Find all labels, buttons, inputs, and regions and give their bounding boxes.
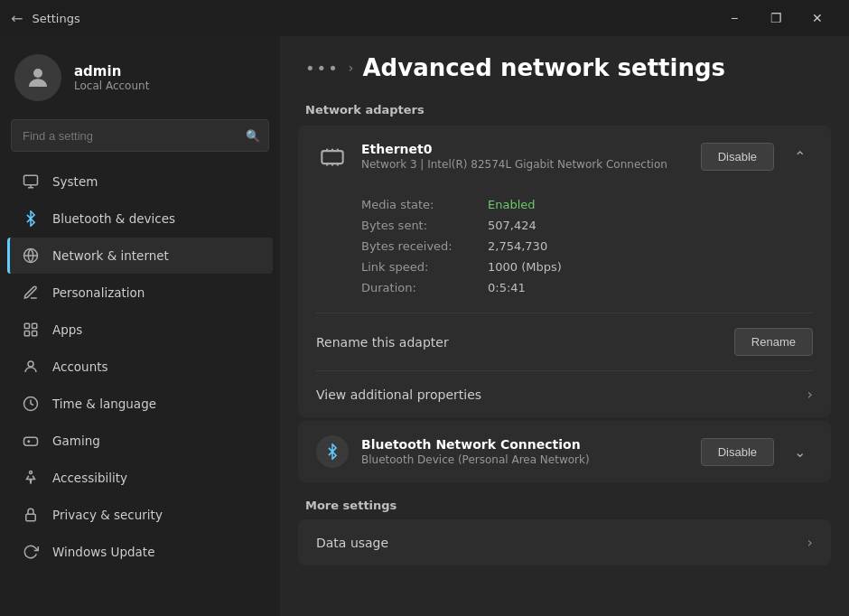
data-usage-label: Data usage bbox=[316, 536, 807, 550]
svg-point-9 bbox=[28, 361, 33, 367]
rename-row: Rename this adapter Rename bbox=[298, 313, 831, 370]
sidebar: admin Local Account 🔍 System bbox=[0, 36, 280, 616]
ethernet-card: Ethernet0 Network 3 | Intel(R) 82574L Gi… bbox=[298, 126, 831, 417]
bytes-received-label: Bytes received: bbox=[361, 239, 488, 253]
ethernet-icon bbox=[316, 140, 349, 173]
user-role: Local Account bbox=[74, 79, 149, 92]
ethernet-name: Ethernet0 bbox=[361, 142, 688, 156]
page-title: Advanced network settings bbox=[362, 54, 725, 81]
properties-chevron-icon: › bbox=[807, 386, 813, 403]
minimize-button[interactable]: − bbox=[714, 4, 755, 33]
link-speed-value: 1000 (Mbps) bbox=[488, 260, 562, 274]
bluetooth-expand-button[interactable]: ⌄ bbox=[787, 440, 813, 464]
title-bar: ← Settings − ❐ ✕ bbox=[0, 0, 849, 36]
duration-row: Duration: 0:5:41 bbox=[361, 277, 813, 298]
link-speed-label: Link speed: bbox=[361, 260, 488, 274]
svg-rect-6 bbox=[33, 323, 37, 328]
data-usage-card[interactable]: Data usage › bbox=[298, 519, 831, 565]
sidebar-item-label-apps: Apps bbox=[52, 322, 82, 337]
breadcrumb-dots[interactable]: ••• bbox=[305, 59, 340, 78]
accounts-icon bbox=[22, 358, 40, 376]
bytes-sent-row: Bytes sent: 507,424 bbox=[361, 215, 813, 236]
page-header: ••• › Advanced network settings bbox=[280, 36, 849, 96]
gaming-icon bbox=[22, 432, 40, 450]
sidebar-item-apps[interactable]: Apps bbox=[7, 312, 273, 348]
sidebar-item-label-network: Network & internet bbox=[52, 248, 169, 263]
network-adapters-section-title: Network adapters bbox=[280, 96, 849, 126]
ethernet-collapse-button[interactable]: ⌃ bbox=[787, 145, 813, 169]
sidebar-item-label-gaming: Gaming bbox=[52, 434, 100, 448]
svg-point-0 bbox=[33, 69, 42, 78]
bytes-sent-value: 507,424 bbox=[488, 219, 536, 232]
sidebar-item-privacy[interactable]: Privacy & security bbox=[7, 497, 273, 533]
ethernet-desc: Network 3 | Intel(R) 82574L Gigabit Netw… bbox=[361, 158, 688, 171]
svg-point-12 bbox=[30, 471, 33, 474]
sidebar-item-accessibility[interactable]: Accessibility bbox=[7, 460, 273, 496]
sidebar-item-accounts[interactable]: Accounts bbox=[7, 349, 273, 385]
properties-row[interactable]: View additional properties › bbox=[298, 371, 831, 417]
sidebar-item-label-accessibility: Accessibility bbox=[52, 471, 127, 485]
duration-label: Duration: bbox=[361, 281, 488, 294]
close-button[interactable]: ✕ bbox=[797, 4, 838, 33]
bytes-sent-label: Bytes sent: bbox=[361, 219, 488, 232]
system-icon bbox=[22, 173, 40, 191]
sidebar-item-label-privacy: Privacy & security bbox=[52, 508, 163, 522]
sidebar-item-label-update: Windows Update bbox=[52, 545, 154, 559]
window-title: Settings bbox=[32, 12, 79, 25]
svg-rect-8 bbox=[33, 331, 37, 336]
svg-rect-14 bbox=[322, 151, 342, 163]
media-state-row: Media state: Enabled bbox=[361, 194, 813, 215]
sidebar-item-time[interactable]: Time & language bbox=[7, 386, 273, 422]
bluetooth-header: Bluetooth Network Connection Bluetooth D… bbox=[298, 421, 831, 482]
sidebar-nav: System Bluetooth & devices Network & int… bbox=[0, 163, 280, 571]
rename-button[interactable]: Rename bbox=[734, 328, 813, 356]
network-icon bbox=[22, 247, 40, 265]
apps-icon bbox=[22, 321, 40, 339]
svg-rect-5 bbox=[24, 323, 29, 328]
sidebar-item-network[interactable]: Network & internet bbox=[7, 238, 273, 274]
user-name: admin bbox=[74, 63, 149, 79]
breadcrumb-chevron: › bbox=[349, 61, 354, 75]
bytes-received-value: 2,754,730 bbox=[488, 239, 547, 253]
back-icon[interactable]: ← bbox=[11, 10, 23, 27]
sidebar-item-system[interactable]: System bbox=[7, 163, 273, 200]
update-icon bbox=[22, 543, 40, 561]
sidebar-item-bluetooth[interactable]: Bluetooth & devices bbox=[7, 201, 273, 237]
search-input[interactable] bbox=[11, 119, 269, 152]
time-icon bbox=[22, 395, 40, 413]
sidebar-item-personalization[interactable]: Personalization bbox=[7, 275, 273, 311]
content-area: admin Local Account 🔍 System bbox=[0, 36, 849, 616]
sidebar-item-update[interactable]: Windows Update bbox=[7, 534, 273, 570]
ethernet-disable-button[interactable]: Disable bbox=[701, 143, 774, 171]
more-settings-title: More settings bbox=[280, 486, 849, 519]
personalization-icon bbox=[22, 284, 40, 302]
sidebar-item-gaming[interactable]: Gaming bbox=[7, 423, 273, 459]
main-content: ••• › Advanced network settings Network … bbox=[280, 36, 849, 616]
privacy-icon bbox=[22, 506, 40, 524]
ethernet-header: Ethernet0 Network 3 | Intel(R) 82574L Gi… bbox=[298, 126, 831, 187]
media-state-value: Enabled bbox=[488, 198, 536, 211]
user-section: admin Local Account bbox=[0, 36, 280, 116]
maximize-button[interactable]: ❐ bbox=[755, 4, 797, 33]
bluetooth-adapter-desc: Bluetooth Device (Personal Area Network) bbox=[361, 453, 688, 466]
ethernet-info: Ethernet0 Network 3 | Intel(R) 82574L Gi… bbox=[361, 142, 688, 171]
bluetooth-disable-button[interactable]: Disable bbox=[701, 438, 774, 466]
window-controls: − ❐ ✕ bbox=[714, 4, 838, 33]
sidebar-item-label-time: Time & language bbox=[52, 397, 156, 411]
settings-window: ← Settings − ❐ ✕ admin Local Account bbox=[0, 0, 849, 616]
sidebar-item-label-accounts: Accounts bbox=[52, 359, 108, 374]
bluetooth-adapter-name: Bluetooth Network Connection bbox=[361, 437, 688, 452]
bytes-received-row: Bytes received: 2,754,730 bbox=[361, 236, 813, 257]
bluetooth-adapter-card: Bluetooth Network Connection Bluetooth D… bbox=[298, 421, 831, 482]
ethernet-details: Media state: Enabled Bytes sent: 507,424… bbox=[298, 187, 831, 313]
duration-value: 0:5:41 bbox=[488, 281, 526, 294]
user-info: admin Local Account bbox=[74, 63, 149, 92]
search-icon: 🔍 bbox=[246, 129, 260, 143]
bluetooth-adapter-icon bbox=[316, 435, 349, 468]
svg-rect-1 bbox=[24, 175, 38, 185]
search-box: 🔍 bbox=[11, 119, 269, 152]
link-speed-row: Link speed: 1000 (Mbps) bbox=[361, 257, 813, 277]
media-state-label: Media state: bbox=[361, 198, 488, 211]
properties-label: View additional properties bbox=[316, 387, 807, 402]
bluetooth-nav-icon bbox=[22, 210, 40, 228]
